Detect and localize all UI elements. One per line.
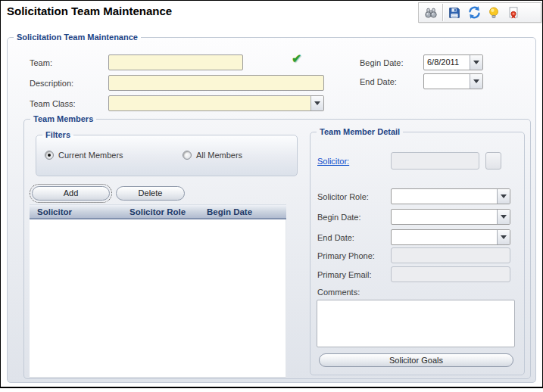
team-label: Team: — [30, 58, 52, 67]
comments-textarea[interactable] — [317, 300, 515, 347]
detail-end-date-combobox[interactable] — [391, 229, 510, 245]
primary-email-label: Primary Email: — [317, 270, 372, 279]
team-class-label: Team Class: — [30, 99, 76, 108]
primary-phone-label: Primary Phone: — [317, 251, 375, 260]
lightbulb-icon[interactable] — [484, 4, 504, 21]
radio-button-icon — [45, 151, 54, 160]
page-title: Solicitation Team Maintenance — [7, 5, 172, 17]
end-date-value — [424, 74, 470, 89]
delete-button[interactable]: Delete — [116, 186, 185, 201]
detail-end-date-label: End Date: — [317, 233, 354, 242]
detail-end-date-dropdown-button[interactable] — [497, 230, 510, 244]
detail-end-date-value — [392, 230, 497, 244]
team-input[interactable] — [108, 54, 243, 70]
radio-button-icon — [183, 151, 192, 160]
solicitor-input — [391, 152, 479, 170]
solicitor-search-button — [485, 152, 501, 170]
description-input[interactable] — [108, 75, 324, 91]
radio-label: Current Members — [58, 151, 123, 160]
group-label: Solicitation Team Maintenance — [14, 33, 141, 42]
group-label: Filters — [42, 130, 73, 139]
primary-phone-input — [391, 247, 510, 263]
solicitor-link[interactable]: Solicitor: — [317, 157, 349, 166]
chevron-down-icon — [473, 79, 479, 83]
end-date-combobox[interactable] — [423, 73, 483, 89]
form-window: Solicitation Team Maintenance — [0, 0, 543, 388]
solicitor-role-label: Solicitor Role: — [317, 192, 369, 201]
begin-date-dropdown-button[interactable] — [470, 55, 482, 70]
team-class-value — [109, 96, 311, 110]
column-header-begin-date[interactable]: Begin Date — [207, 207, 252, 216]
begin-date-value: 6/8/2011 — [424, 55, 470, 70]
valid-check-icon: ✔ — [292, 51, 301, 66]
refresh-icon[interactable] — [464, 4, 484, 21]
chevron-down-icon — [473, 61, 479, 64]
solicitor-role-dropdown-button[interactable] — [497, 189, 510, 204]
group-label: Team Members — [30, 114, 96, 123]
team-class-combobox[interactable] — [108, 95, 324, 111]
solicitor-role-combobox[interactable] — [391, 188, 510, 204]
members-table-header: Solicitor Solicitor Role Begin Date — [30, 204, 286, 219]
column-header-solicitor[interactable]: Solicitor — [37, 207, 72, 216]
primary-email-input — [391, 266, 510, 282]
solicitor-goals-button[interactable]: Solicitor Goals — [319, 353, 513, 367]
chevron-down-icon — [501, 235, 507, 239]
application-window: Solicitation Team Maintenance — [0, 0, 543, 392]
radio-all-members[interactable]: All Members — [183, 151, 242, 160]
begin-date-label: Begin Date: — [360, 58, 403, 67]
end-date-dropdown-button[interactable] — [470, 74, 482, 89]
end-date-label: End Date: — [360, 77, 397, 86]
exit-report-icon[interactable] — [504, 4, 523, 21]
comments-label: Comments: — [317, 288, 360, 297]
description-label: Description: — [30, 79, 73, 88]
radio-label: All Members — [196, 151, 242, 160]
detail-begin-date-label: Begin Date: — [317, 213, 360, 222]
save-icon[interactable] — [445, 4, 464, 21]
detail-begin-date-dropdown-button[interactable] — [497, 210, 510, 224]
toolbar-separator — [442, 4, 443, 21]
radio-current-members[interactable]: Current Members — [45, 151, 123, 160]
column-header-solicitor-role[interactable]: Solicitor Role — [130, 207, 186, 216]
chevron-down-icon — [501, 194, 507, 198]
toolbar — [418, 2, 541, 23]
solicitor-role-value — [392, 189, 497, 204]
chevron-down-icon — [314, 101, 320, 105]
team-class-dropdown-button[interactable] — [311, 96, 323, 110]
detail-begin-date-combobox[interactable] — [391, 209, 510, 225]
binoculars-icon[interactable] — [421, 4, 441, 21]
members-list[interactable] — [30, 219, 286, 378]
begin-date-combobox[interactable]: 6/8/2011 — [423, 54, 483, 70]
chevron-down-icon — [501, 215, 507, 219]
detail-begin-date-value — [392, 210, 497, 224]
add-button[interactable]: Add — [32, 186, 110, 201]
group-label: Team Member Detail — [317, 127, 403, 136]
